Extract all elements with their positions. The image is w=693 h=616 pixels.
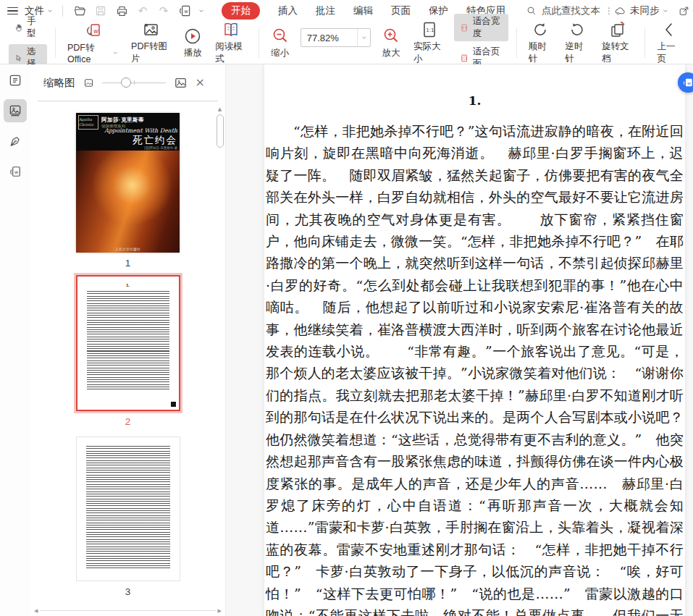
fit-mode-group: 适合宽度 适合页面 xyxy=(451,14,511,72)
svg-text:w: w xyxy=(184,9,188,14)
slider-knob[interactable] xyxy=(121,77,131,88)
thumbnail-page-1[interactable]: Agatha Christie 阿加莎·克里斯蒂 侦探推理系列 Appointm… xyxy=(76,113,180,253)
thumbnails-image-icon xyxy=(8,104,22,118)
sync-status-button[interactable]: 未同步 xyxy=(613,4,668,17)
outline-panel-button[interactable] xyxy=(4,69,27,92)
cover-title: 死亡约会 xyxy=(133,134,177,147)
tab-annotate[interactable]: 批注 xyxy=(316,4,335,17)
scroll-left-icon[interactable]: ◀ xyxy=(34,608,38,614)
play-icon xyxy=(183,27,202,46)
svg-text:w: w xyxy=(687,80,691,85)
thumbnails-panel-header: 缩略图 × xyxy=(30,64,225,101)
page-body-text: “怎样，非把她杀掉不行吧？”这句话流进寂静的暗夜，在附近回响片刻，旋即在黑暗中向… xyxy=(266,120,684,616)
rotate-clockwise-icon xyxy=(531,20,550,39)
thumbnail-vertical-scrollbar[interactable]: ▲ xyxy=(215,106,224,148)
search-icon xyxy=(526,5,537,17)
word-doc-icon: w xyxy=(682,77,693,88)
cloud-offline-icon xyxy=(613,5,627,17)
chevron-left-icon xyxy=(660,20,678,39)
redo-icon: ↷ xyxy=(159,6,169,17)
search-more-icon[interactable]: ⋮ xyxy=(605,7,613,15)
menubar-right-group: 未同步 分享 ⚙ ⋮ xyxy=(613,4,693,19)
share-button[interactable]: 分享 xyxy=(678,4,693,17)
thumbnail-horizontal-scrollbar[interactable]: ◀ ▶ xyxy=(34,606,222,615)
navigation-icon-strip: w xyxy=(0,64,30,616)
previous-page-button[interactable]: 上一页 xyxy=(650,19,687,67)
fit-page-icon xyxy=(460,53,469,64)
rotate-counterclockwise-button[interactable]: 逆时针 xyxy=(559,19,596,67)
actual-size-button[interactable]: 1:1 实际大小 xyxy=(407,19,451,67)
read-mode-button[interactable]: 阅读模式 xyxy=(209,19,253,67)
chevron-down-icon xyxy=(361,35,367,41)
hand-tool-button[interactable]: 手型 xyxy=(9,14,47,41)
cover-english-title: Appointment With Death xyxy=(104,127,177,134)
save-button[interactable] xyxy=(93,4,108,18)
play-label: 播放 xyxy=(184,47,202,59)
horizontal-scroll-track[interactable] xyxy=(40,610,215,612)
pen-icon xyxy=(8,134,22,148)
read-mode-book-icon xyxy=(222,20,240,39)
scroll-right-icon[interactable]: ▶ xyxy=(218,608,222,614)
scroll-up-icon[interactable]: ▲ xyxy=(218,106,222,112)
rotate-counterclockwise-label: 逆时针 xyxy=(566,41,589,65)
convert-to-word-floating-button[interactable]: w xyxy=(678,72,693,93)
thumbnail-page-3[interactable] xyxy=(76,436,180,581)
hand-tool-label: 手型 xyxy=(27,15,41,40)
pdf-to-office-label: PDF转Office xyxy=(67,42,111,64)
share-icon xyxy=(678,5,690,17)
export-to-word-button[interactable]: w xyxy=(177,4,192,18)
rotate-document-button[interactable]: 旋转文档 xyxy=(595,19,639,67)
svg-text:1:1: 1:1 xyxy=(426,28,434,33)
redo-button[interactable]: ↷ xyxy=(156,4,171,18)
zoom-out-button[interactable]: 缩小 xyxy=(264,25,296,61)
cover-canyon-photo xyxy=(76,151,180,253)
fit-width-button[interactable]: 适合宽度 xyxy=(454,14,508,41)
find-text-control[interactable]: 点此查找文本 ⋮ xyxy=(526,4,613,17)
zoom-level-value: 77.82% xyxy=(301,33,357,43)
fit-width-icon xyxy=(460,22,469,33)
chevron-down-icon xyxy=(663,8,668,14)
thumbnails-panel-title: 缩略图 xyxy=(43,76,75,90)
fit-width-label: 适合宽度 xyxy=(473,15,503,40)
export-word-icon: w xyxy=(8,164,22,179)
tab-insert[interactable]: 插入 xyxy=(278,4,298,17)
divider xyxy=(259,28,259,58)
export-panel-button[interactable]: w xyxy=(4,160,27,183)
thumbnails-panel: 缩略图 × Agatha Christie 阿加莎·克里斯蒂 侦探推理系列 Ap… xyxy=(30,64,226,616)
thumbnail-size-slider[interactable] xyxy=(102,77,166,88)
pdf-to-image-button[interactable]: PDF转图片 xyxy=(125,19,177,67)
undo-icon: ↶ xyxy=(138,6,148,17)
zoom-level-combobox[interactable]: 77.82% xyxy=(301,28,371,47)
thumbnails-panel-button[interactable] xyxy=(4,99,27,122)
close-panel-button[interactable]: × xyxy=(196,77,205,88)
zoom-level-dropdown[interactable] xyxy=(357,29,370,46)
rotate-clockwise-button[interactable]: 顺时针 xyxy=(522,19,559,67)
undo-button[interactable]: ↶ xyxy=(135,4,150,18)
outline-list-icon xyxy=(8,73,22,88)
chevron-down-icon[interactable] xyxy=(198,8,204,14)
zoom-in-button[interactable]: 放大 xyxy=(375,25,407,61)
tab-protect[interactable]: 保护 xyxy=(429,4,448,17)
previous-page-label: 上一页 xyxy=(657,41,681,65)
pdf-page: 1. “怎样，非把她杀掉不行吧？”这句话流进寂静的暗夜，在附近回响片刻，旋即在黑… xyxy=(264,64,685,616)
cover-publisher: 人民文学出版社 xyxy=(76,247,180,251)
chapter-heading: 1. xyxy=(266,93,684,108)
print-button[interactable] xyxy=(114,4,129,18)
printer-icon xyxy=(115,4,129,18)
page-label-2: 2 xyxy=(125,416,131,427)
tab-home[interactable]: 开始 xyxy=(222,2,260,20)
tab-edit[interactable]: 编辑 xyxy=(353,4,373,17)
pdf-to-image-icon xyxy=(141,20,160,39)
thumbnail-page-2[interactable]: 1. xyxy=(76,275,180,411)
play-button[interactable]: 播放 xyxy=(177,25,209,61)
open-file-button[interactable] xyxy=(72,4,87,18)
pdf-to-office-button[interactable]: w PDF转Office xyxy=(61,20,125,66)
divider xyxy=(516,28,517,58)
divider xyxy=(644,28,645,58)
tab-page[interactable]: 页面 xyxy=(391,4,411,17)
large-thumbnail-icon[interactable] xyxy=(174,76,188,90)
annotations-panel-button[interactable] xyxy=(4,130,27,153)
toolbar: 手型 选择 w PDF转Office PDF转图片 播放 阅读模式 xyxy=(0,22,693,64)
small-thumbnail-icon[interactable] xyxy=(83,77,94,88)
vertical-scroll-thumb[interactable] xyxy=(217,114,224,148)
